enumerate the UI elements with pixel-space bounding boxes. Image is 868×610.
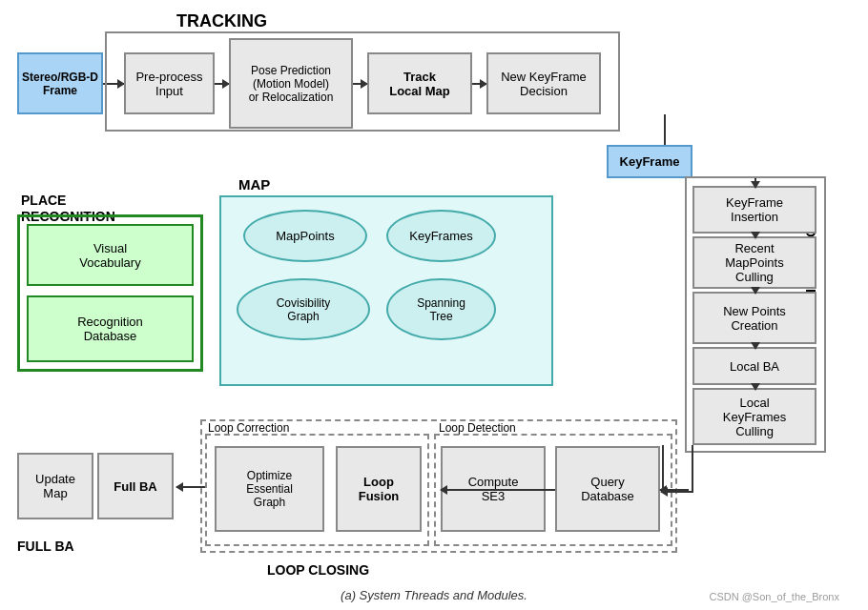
arrow-kfi-rm	[754, 234, 756, 238]
visual-vocab-label: Visual Vocabulary	[79, 241, 140, 270]
recent-mappoints-label: Recent MapPoints Culling	[725, 241, 783, 284]
arrow-pose-track	[353, 83, 367, 85]
lkf-to-query-arrow	[661, 491, 693, 493]
local-ba-box: Local BA	[692, 347, 816, 385]
recognition-db-box: Recognition Database	[27, 295, 194, 362]
keyframes-oval: KeyFrames	[386, 210, 496, 262]
preprocess-box: Pre-process Input	[124, 52, 215, 114]
local-ba-label: Local BA	[730, 359, 779, 374]
arrow-np-lba	[754, 344, 756, 349]
map-label: MAP	[238, 176, 270, 193]
loop-correction-label: Loop Correction	[208, 421, 289, 435]
covisibility-box: Covisibility Graph	[237, 278, 370, 340]
line-lkf-to-loop	[662, 445, 664, 489]
spanning-tree-box: Spanning Tree	[386, 278, 496, 340]
full-ba-box-label: Full BA	[114, 479, 157, 494]
lkf-down-line	[692, 445, 693, 491]
new-points-label: New Points Creation	[723, 304, 786, 333]
loop-detection-label: Loop Detection	[439, 421, 516, 435]
csdn-label: CSDN @Son_of_the_Bronx	[709, 591, 839, 602]
arrow-rm-np	[754, 289, 756, 294]
stereo-box: Stereo/RGB-D Frame	[17, 52, 103, 114]
new-points-box: New Points Creation	[692, 292, 816, 344]
arrow-lba-lkf	[754, 385, 756, 390]
loop-fusion-label: Loop Fusion	[359, 475, 400, 503]
keyframe-box: KeyFrame	[607, 145, 692, 178]
loop-closing-label: LOOP CLOSING	[267, 562, 369, 578]
full-ba-box: Full BA	[97, 453, 174, 519]
recent-mappoints-box: Recent MapPoints Culling	[692, 236, 816, 289]
arrow-preprocess-pose	[215, 83, 229, 85]
diagram: TRACKING Stereo/RGB-D Frame Pre-process …	[0, 0, 868, 610]
keyframe-label: KeyFrame	[620, 154, 680, 169]
loop-fusion-box: Loop Fusion	[336, 446, 422, 532]
optimize-essential-label: Optimize Essential Graph	[246, 469, 293, 509]
tracking-label: TRACKING	[176, 11, 267, 31]
kf-insertion-label: KeyFrame Insertion	[726, 195, 783, 224]
arrow-stereo-preprocess	[103, 83, 124, 85]
covisibility-label: Covisibility Graph	[277, 296, 331, 323]
visual-vocab-box: Visual Vocabulary	[27, 224, 194, 286]
preprocess-label: Pre-process Input	[135, 70, 202, 98]
caption: (a) System Threads and Modules.	[341, 588, 527, 602]
local-kf-culling-box: Local KeyFrames Culling	[692, 388, 816, 445]
update-map-label: Update Map	[35, 472, 75, 500]
mappoints-box: MapPoints	[243, 210, 367, 262]
track-box: Track Local Map	[367, 52, 472, 114]
pose-label: Pose Prediction (Motion Model) or Reloca…	[249, 64, 334, 104]
spanning-tree-label: Spanning Tree	[417, 296, 465, 323]
mappoints-label: MapPoints	[276, 229, 334, 243]
arrow-kf-insertion	[754, 178, 756, 188]
newkeyframe-box: New KeyFrame Decision	[486, 52, 601, 114]
query-db-box: Query Database	[555, 446, 660, 532]
arrow-query-compute	[441, 489, 555, 491]
stereo-label: Stereo/RGB-D Frame	[22, 71, 98, 97]
keyframes-label: KeyFrames	[409, 229, 472, 243]
full-ba-label: FULL BA	[17, 539, 74, 554]
arrow-track-keyframe	[472, 83, 486, 85]
track-label: Track Local Map	[389, 70, 450, 98]
pose-box: Pose Prediction (Motion Model) or Reloca…	[229, 38, 353, 129]
kf-insertion-box: KeyFrame Insertion	[692, 186, 816, 234]
optimize-essential-box: Optimize Essential Graph	[215, 446, 324, 532]
newkeyframe-label: New KeyFrame Decision	[501, 70, 587, 98]
recognition-db-label: Recognition Database	[77, 315, 143, 343]
query-db-label: Query Database	[581, 475, 634, 503]
local-kf-label: Local KeyFrames Culling	[723, 396, 786, 438]
update-map-box: Update Map	[17, 453, 93, 519]
